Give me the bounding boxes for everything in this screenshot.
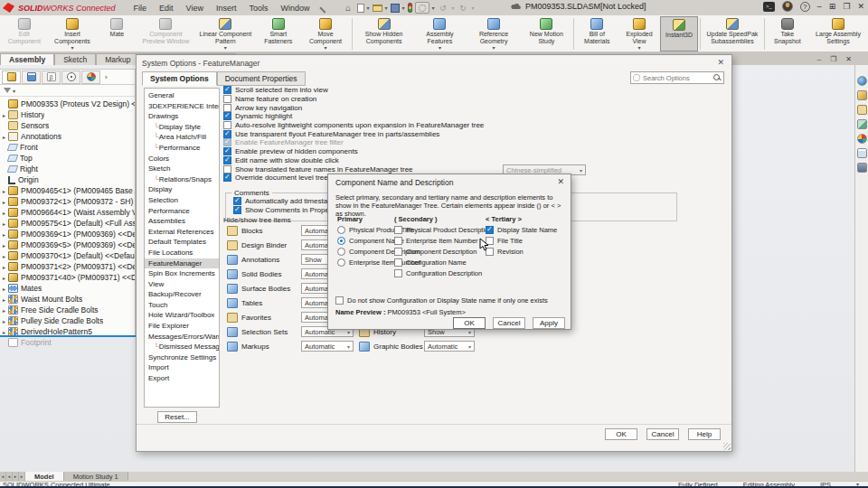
propertymanager-tab[interactable]	[22, 70, 41, 84]
checkbox-timestamp-comment[interactable]	[233, 197, 241, 205]
dropdown-arrow[interactable]: ▾	[493, 44, 495, 52]
checkbox-single-config-note[interactable]	[335, 296, 344, 305]
radio-component-name[interactable]	[337, 237, 345, 245]
menu-view[interactable]: View	[181, 3, 209, 14]
save-icon[interactable]	[391, 4, 400, 13]
ribbon-button-update-speedpak[interactable]: Update SpeedPak Subassemblies	[703, 16, 762, 52]
nav-file-explorer[interactable]: File Explorer	[145, 321, 219, 332]
radio-physical-product-title[interactable]	[337, 226, 345, 234]
tree-item-mates[interactable]: ▸Mates	[0, 283, 135, 294]
nav-display[interactable]: Display	[145, 184, 219, 195]
filter-dropdown-arrow[interactable]: ▾	[13, 88, 15, 94]
tab-sketch[interactable]: Sketch	[54, 53, 96, 65]
open-icon[interactable]	[373, 5, 382, 12]
nav-dismissed-messages[interactable]: Dismissed Messages	[145, 342, 219, 352]
menu-insert[interactable]: Insert	[211, 3, 242, 14]
expand-caret[interactable]: ▸	[0, 318, 8, 324]
checkbox-display-state-name[interactable]	[486, 226, 494, 234]
appearances-icon[interactable]	[857, 134, 867, 144]
tab-document-properties[interactable]: Document Properties	[217, 71, 306, 86]
ribbon-button-new-motion-study[interactable]: New Motion Study	[522, 16, 571, 52]
modal-apply-button[interactable]: Apply	[533, 317, 565, 329]
tree-item-component[interactable]: ▸PM009369<5> (PM009369) <<Def	[0, 239, 135, 250]
tree-item-origin[interactable]: Origin	[0, 174, 135, 185]
nav-export[interactable]: Export	[145, 373, 219, 384]
nav-general[interactable]: General	[145, 90, 219, 101]
nav-3dexperience[interactable]: 3DEXPERIENCE Integration	[145, 101, 219, 112]
expand-caret[interactable]: ▸	[0, 275, 8, 281]
expand-caret[interactable]: ▸	[0, 231, 8, 238]
nav-touch[interactable]: Touch	[145, 300, 219, 311]
checkbox-physical-product-description[interactable]	[394, 226, 402, 234]
nav-selection[interactable]: Selection	[145, 195, 219, 206]
resize-grip[interactable]	[723, 443, 731, 450]
search-icon[interactable]	[713, 74, 722, 82]
filter-funnel-icon[interactable]	[4, 88, 11, 93]
checkbox-override-tree-display[interactable]	[223, 174, 231, 182]
expand-caret[interactable]: ▸	[0, 329, 8, 335]
nav-messages[interactable]: Messages/Errors/Warnings	[145, 332, 219, 343]
ribbon-button-instant3d[interactable]: Instant3D	[660, 16, 698, 52]
checkbox-arrow-key[interactable]	[223, 104, 231, 112]
tree-item-sensors[interactable]: Sensors	[0, 120, 135, 131]
new-dropdown-arrow[interactable]: ▾	[367, 5, 370, 11]
tab-scroll-last[interactable]: ▸	[19, 472, 25, 481]
graphic-bodies-dropdown[interactable]: Automatic	[424, 341, 475, 352]
expand-caret[interactable]: ▸	[0, 210, 8, 216]
menu-edit[interactable]: Edit	[154, 3, 179, 14]
checkbox-auto-resolve[interactable]	[223, 121, 231, 129]
expand-caret[interactable]: ▸	[0, 242, 8, 249]
modal-close-icon[interactable]: ✕	[557, 177, 564, 186]
checkbox-enterprise-item-number[interactable]	[394, 237, 402, 245]
nav-display-style[interactable]: Display Style	[145, 122, 219, 133]
menu-file[interactable]: File	[128, 3, 153, 14]
nav-featuremanager[interactable]: FeatureManager	[145, 258, 219, 269]
dialog-ok-button[interactable]: OK	[605, 428, 637, 440]
dropdown-arrow[interactable]: ▾	[637, 44, 640, 52]
configurationmanager-tab[interactable]: β	[42, 70, 61, 84]
ribbon-button-take-snapshot[interactable]: Take Snapshot	[767, 16, 808, 52]
tree-item-top-plane[interactable]: Top	[0, 153, 135, 164]
save-dropdown-arrow[interactable]: ▾	[402, 5, 405, 11]
tree-item-component[interactable]: ▸PM009664<1> (Waist Assembly V	[0, 207, 135, 218]
search-options-input[interactable]	[643, 74, 711, 82]
nav-assemblies[interactable]: Assemblies	[145, 216, 219, 227]
reset-button[interactable]: Reset...	[157, 411, 197, 423]
dropdown-arrow[interactable]: ▾	[324, 44, 326, 52]
tree-item-component[interactable]: ▸PM009372<1> (PM009372 - SH) <	[0, 196, 135, 207]
ribbon-button-assembly-features[interactable]: Assembly Features▾	[414, 16, 467, 52]
checkbox-transparent-flyout[interactable]	[223, 130, 231, 138]
nav-synchronize[interactable]: Synchronize Settings	[145, 352, 219, 363]
tree-item-footprint[interactable]: Footprint	[0, 337, 135, 348]
nav-drawings[interactable]: Drawings	[145, 111, 219, 122]
help-icon[interactable]: ?	[800, 2, 810, 12]
markups-dropdown[interactable]: Automatic	[301, 341, 354, 352]
windows-button[interactable]: ❐	[843, 2, 850, 11]
new-document-icon[interactable]	[357, 4, 364, 13]
checkbox-translated-names[interactable]	[223, 165, 231, 174]
nav-spin-box[interactable]: Spin Box Increments	[145, 268, 219, 279]
home-icon[interactable]: ⌂	[343, 3, 354, 13]
nav-default-templates[interactable]: Default Templates	[145, 237, 219, 248]
redo-icon[interactable]: ↻	[458, 3, 469, 13]
tree-item-component[interactable]: ▸PM009370<1> (Default) <<Default	[0, 250, 135, 261]
checkbox-tree-filter[interactable]	[223, 138, 231, 146]
checkbox-name-feature[interactable]	[223, 95, 231, 103]
undo-dropdown-arrow[interactable]: ▾	[452, 5, 455, 11]
ribbon-button-exploded-view[interactable]: Exploded View▾	[618, 16, 660, 52]
tree-item-history[interactable]: ▸History	[0, 109, 135, 120]
dropdown-arrow[interactable]: ▾	[224, 44, 227, 52]
tree-item-pattern[interactable]: ▸Waist Mount Bolts	[0, 294, 135, 305]
expand-caret[interactable]: ▸	[0, 264, 8, 270]
tree-item-component[interactable]: ▸PM009465<1> (PM009465 Base As	[0, 185, 135, 196]
expand-caret[interactable]: ▸	[0, 307, 8, 314]
expand-caret[interactable]: ▸	[0, 221, 8, 227]
dimxpert-tab[interactable]	[61, 70, 80, 84]
close-button[interactable]: ✕	[857, 2, 864, 11]
ribbon-button-mate[interactable]: Mate	[98, 16, 136, 52]
ribbon-button-insert-components[interactable]: Insert Components▾	[46, 16, 98, 52]
tree-item-component[interactable]: ▸PM009371<2> (PM009371) <<Def	[0, 261, 135, 272]
tab-scroll-first[interactable]: ◂	[0, 472, 6, 481]
doc-minimize-button[interactable]: –	[817, 55, 821, 63]
doc-restore-button[interactable]: ❐	[830, 55, 836, 63]
